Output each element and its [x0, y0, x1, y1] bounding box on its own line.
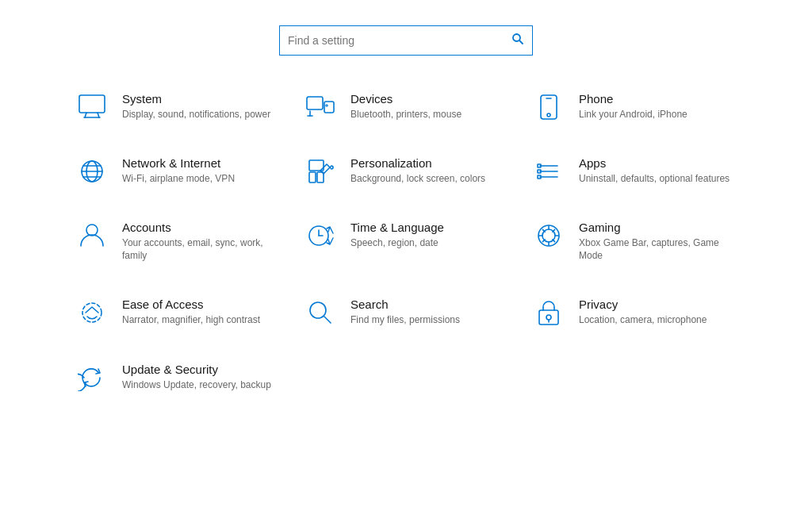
setting-desc-time: Speech, region, date [350, 236, 444, 250]
setting-desc-system: Display, sound, notifications, power [122, 108, 270, 121]
setting-desc-gaming: Xbox Game Bar, captures, Game Mode [579, 236, 733, 263]
search-bar[interactable] [279, 25, 533, 56]
svg-line-3 [85, 113, 86, 117]
setting-desc-update: Windows Update, recovery, backup [122, 378, 271, 392]
setting-title-phone: Phone [579, 92, 688, 106]
phone-icon [530, 92, 568, 121]
monitor-icon [73, 92, 111, 119]
svg-line-38 [542, 229, 545, 232]
svg-line-4 [98, 113, 99, 117]
update-icon [73, 363, 111, 391]
svg-rect-20 [309, 172, 316, 182]
setting-title-privacy: Privacy [579, 298, 707, 311]
svg-point-46 [546, 315, 551, 320]
personalization-icon [301, 156, 339, 185]
setting-item-apps[interactable]: Apps Uninstall, defaults, optional featu… [520, 142, 749, 200]
setting-item-search[interactable]: Search Find my files, permissions [292, 283, 520, 342]
setting-item-phone[interactable]: Phone Link your Android, iPhone [520, 78, 749, 136]
svg-point-13 [547, 113, 550, 117]
search-icon [511, 33, 524, 48]
setting-desc-ease: Narrator, magnifier, high contrast [122, 313, 260, 327]
setting-item-ease[interactable]: Ease of Access Narrator, magnifier, high… [63, 283, 292, 342]
setting-title-apps: Apps [579, 156, 730, 170]
person-icon [73, 221, 111, 249]
globe-icon [73, 156, 111, 185]
setting-desc-network: Wi-Fi, airplane mode, VPN [122, 172, 235, 186]
svg-point-43 [310, 302, 326, 318]
setting-title-gaming: Gaming [579, 221, 733, 234]
setting-item-time[interactable]: Time & Language Speech, region, date [292, 206, 520, 278]
setting-title-search: Search [350, 298, 460, 311]
setting-desc-accounts: Your accounts, email, sync, work, family [122, 236, 276, 263]
svg-rect-26 [538, 170, 541, 173]
setting-item-devices[interactable]: Devices Bluetooth, printers, mouse [292, 78, 520, 136]
svg-rect-21 [317, 172, 324, 182]
setting-title-time: Time & Language [350, 221, 444, 234]
ease-icon [73, 298, 111, 326]
search-icon [301, 298, 339, 326]
svg-rect-7 [324, 102, 334, 113]
setting-item-system[interactable]: System Display, sound, notifications, po… [63, 78, 292, 136]
setting-item-personalization[interactable]: Personalization Background, lock screen,… [292, 142, 520, 200]
setting-title-update: Update & Security [122, 363, 271, 376]
setting-item-update[interactable]: Update & Security Windows Update, recove… [63, 348, 292, 406]
time-icon [301, 221, 339, 249]
apps-icon [530, 156, 568, 185]
setting-item-privacy[interactable]: Privacy Location, camera, microphone [520, 283, 749, 342]
svg-point-28 [86, 225, 98, 236]
setting-item-gaming[interactable]: Gaming Xbox Game Bar, captures, Game Mod… [520, 206, 749, 278]
svg-line-41 [542, 239, 545, 241]
svg-rect-27 [538, 175, 541, 179]
setting-desc-phone: Link your Android, iPhone [579, 108, 688, 121]
setting-title-accounts: Accounts [122, 221, 276, 234]
setting-desc-search: Find my files, permissions [350, 313, 460, 327]
svg-line-40 [553, 229, 555, 232]
setting-title-ease: Ease of Access [122, 298, 260, 311]
svg-rect-25 [538, 164, 541, 167]
svg-line-39 [553, 239, 555, 241]
devices-icon [301, 92, 339, 119]
svg-rect-6 [307, 97, 323, 109]
setting-desc-apps: Uninstall, defaults, optional features [579, 172, 730, 186]
search-input[interactable] [288, 34, 511, 47]
setting-title-system: System [122, 92, 270, 106]
gaming-icon [530, 221, 568, 249]
setting-title-personalization: Personalization [350, 156, 485, 170]
setting-item-accounts[interactable]: Accounts Your accounts, email, sync, wor… [63, 206, 292, 278]
setting-title-network: Network & Internet [122, 156, 235, 170]
svg-rect-10 [326, 105, 327, 106]
privacy-icon [530, 298, 568, 328]
settings-grid: System Display, sound, notifications, po… [0, 78, 812, 430]
svg-rect-2 [79, 95, 105, 113]
setting-desc-devices: Bluetooth, printers, mouse [350, 108, 462, 121]
setting-desc-privacy: Location, camera, microphone [579, 313, 707, 327]
svg-line-44 [324, 317, 331, 323]
svg-line-1 [519, 40, 523, 44]
setting-desc-personalization: Background, lock screen, colors [350, 172, 485, 186]
setting-title-devices: Devices [350, 92, 462, 106]
setting-item-network[interactable]: Network & Internet Wi-Fi, airplane mode,… [63, 142, 292, 200]
